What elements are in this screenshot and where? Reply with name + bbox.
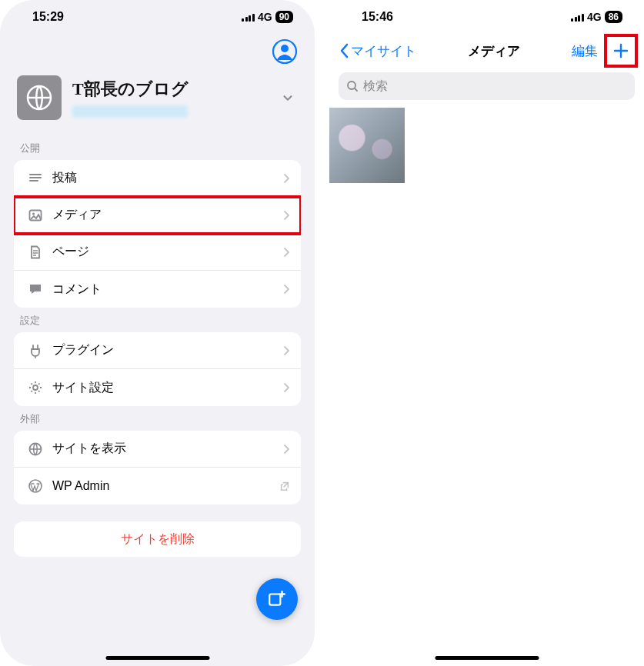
status-bar: 15:29 4G 90 xyxy=(0,0,315,34)
menu-item-site-settings[interactable]: サイト設定 xyxy=(14,369,301,406)
chevron-right-icon xyxy=(282,284,290,295)
home-indicator[interactable] xyxy=(435,656,539,660)
phone-right: 15:46 4G 86 マイサイト メディア 編集 xyxy=(329,0,644,666)
svg-point-4 xyxy=(32,212,35,215)
site-title: T部長のブログ xyxy=(72,78,267,101)
chevron-right-icon xyxy=(282,173,290,184)
globe-icon xyxy=(25,441,46,457)
section-label-settings: 設定 xyxy=(0,308,315,332)
site-header[interactable]: T部長のブログ xyxy=(0,65,315,135)
page-icon xyxy=(25,245,46,260)
menu-label: サイト設定 xyxy=(46,380,282,396)
media-thumbnail[interactable] xyxy=(329,108,405,183)
phone-left: 15:29 4G 90 T部長のブログ 公開 xyxy=(0,0,315,666)
menu-label: 投稿 xyxy=(46,170,282,186)
media-grid xyxy=(329,108,644,183)
search-input[interactable] xyxy=(363,79,627,93)
status-time: 15:46 xyxy=(362,10,393,24)
chevron-right-icon xyxy=(282,444,290,455)
nav-bar: マイサイト メディア 編集 xyxy=(329,34,644,68)
signal-icon xyxy=(571,12,584,22)
list-group-settings: プラグイン サイト設定 xyxy=(14,332,301,406)
chevron-right-icon xyxy=(282,247,290,258)
back-label: マイサイト xyxy=(351,42,416,60)
delete-site-button[interactable]: サイトを削除 xyxy=(14,521,301,557)
status-right: 4G 90 xyxy=(242,11,293,23)
menu-label: メディア xyxy=(46,207,282,223)
menu-item-media[interactable]: メディア xyxy=(14,197,301,234)
menu-item-wp-admin[interactable]: WP Admin xyxy=(14,468,301,504)
menu-label: プラグイン xyxy=(46,342,282,358)
menu-item-posts[interactable]: 投稿 xyxy=(14,160,301,197)
site-url-blurred xyxy=(72,105,188,118)
chevron-right-icon xyxy=(282,210,290,221)
network-label: 4G xyxy=(587,11,602,23)
chevron-down-icon[interactable] xyxy=(278,91,298,105)
list-group-external: サイトを表示 WP Admin xyxy=(14,431,301,504)
status-right: 4G 86 xyxy=(571,11,622,23)
svg-point-5 xyxy=(33,385,38,390)
home-indicator[interactable] xyxy=(105,656,209,660)
delete-label: サイトを削除 xyxy=(121,531,195,548)
plus-icon xyxy=(612,42,630,60)
chevron-left-icon xyxy=(339,43,349,58)
external-link-icon xyxy=(279,481,290,491)
list-group-publish: 投稿 メディア ページ コメント xyxy=(14,160,301,308)
comment-icon xyxy=(25,281,46,297)
wordpress-icon xyxy=(25,478,46,494)
battery-badge: 86 xyxy=(605,11,622,23)
menu-label: ページ xyxy=(46,244,282,260)
status-bar: 15:46 4G 86 xyxy=(329,0,644,34)
menu-label: コメント xyxy=(46,281,282,298)
chevron-right-icon xyxy=(282,345,290,356)
search-field[interactable] xyxy=(339,72,635,100)
search-icon xyxy=(346,80,359,92)
menu-item-plugins[interactable]: プラグイン xyxy=(14,332,301,369)
site-globe-icon xyxy=(17,75,62,120)
svg-point-1 xyxy=(281,45,289,52)
compose-icon xyxy=(267,589,287,609)
signal-icon xyxy=(242,12,255,22)
compose-fab[interactable] xyxy=(256,578,298,620)
edit-button[interactable]: 編集 xyxy=(572,42,598,60)
add-button[interactable] xyxy=(607,37,635,65)
menu-label: WP Admin xyxy=(46,479,279,493)
nav-title: メディア xyxy=(468,42,520,60)
section-label-external: 外部 xyxy=(0,406,315,431)
network-label: 4G xyxy=(258,11,272,23)
status-time: 15:29 xyxy=(32,10,64,24)
plugin-icon xyxy=(25,343,46,358)
menu-item-view-site[interactable]: サイトを表示 xyxy=(14,431,301,468)
menu-label: サイトを表示 xyxy=(46,441,282,457)
gear-icon xyxy=(25,380,46,395)
menu-item-comments[interactable]: コメント xyxy=(14,271,301,308)
menu-item-pages[interactable]: ページ xyxy=(14,234,301,271)
posts-icon xyxy=(25,171,46,186)
image-icon xyxy=(25,208,46,223)
section-label-publish: 公開 xyxy=(0,135,315,160)
back-button[interactable]: マイサイト xyxy=(339,42,416,60)
profile-button[interactable] xyxy=(272,38,298,65)
svg-rect-8 xyxy=(269,594,280,605)
battery-badge: 90 xyxy=(275,11,293,23)
chevron-right-icon xyxy=(282,382,290,393)
